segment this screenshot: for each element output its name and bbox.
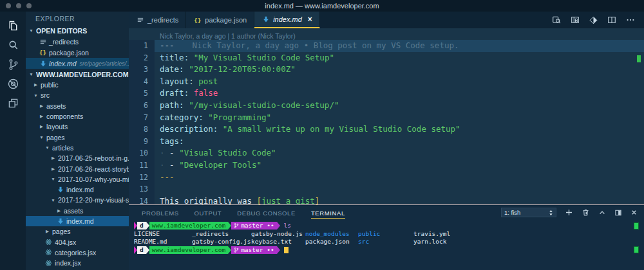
- command-status-indicator: [634, 222, 639, 230]
- tree-item-categories.jsx[interactable]: categories.jsx: [26, 248, 129, 258]
- terminal-cursor: [284, 247, 289, 254]
- terminal-command: ls: [284, 222, 291, 230]
- code-line-7: 7category: "Programming": [129, 112, 644, 124]
- file-name: _redirects: [192, 230, 251, 239]
- code-line-11: 11· - "Developer Tools": [129, 159, 644, 172]
- terminal[interactable]: dwww.iamdeveloper.commaster ••lsLICENSE_…: [129, 220, 644, 270]
- panel-tab-debug-console[interactable]: DEBUG CONSOLE: [237, 207, 296, 219]
- explorer-sidebar: EXPLORER ▼ OPEN EDITORS _redirects{}pack…: [26, 12, 129, 270]
- tree-item-articles[interactable]: ▼articles: [26, 143, 129, 153]
- vscode-window: index.md — www.iamdeveloper.com EXPLORER…: [0, 0, 644, 270]
- chevron-right-icon: ▶: [50, 166, 56, 172]
- file-name: keybase.txt: [251, 238, 305, 246]
- tree-item-pages[interactable]: ▼pages: [26, 132, 129, 142]
- chevron-down-icon: ▼: [39, 135, 44, 140]
- close-panel-icon[interactable]: [630, 209, 638, 216]
- debug-icon[interactable]: [0, 74, 26, 93]
- open-editor-package.json[interactable]: {}package.json: [26, 47, 129, 58]
- panel-tab-terminal[interactable]: TERMINAL: [311, 207, 345, 219]
- line-number: 5: [129, 87, 155, 100]
- react-icon: [44, 239, 53, 246]
- tree-item-2017-06-25-reboot-in-g...[interactable]: ▶2017-06-25-reboot-in-g...: [26, 153, 129, 163]
- line-number: 12: [129, 172, 155, 184]
- open-editors-header[interactable]: ▼ OPEN EDITORS: [26, 25, 129, 36]
- toggle-blame-icon[interactable]: [571, 15, 580, 24]
- prompt-dir-segment: d: [137, 246, 146, 254]
- panel-header: PROBLEMSOUTPUTDEBUG CONSOLETERMINAL 1: f…: [129, 205, 644, 220]
- activity-bar: [0, 12, 26, 270]
- tree-item-index.md[interactable]: index.md: [26, 216, 129, 226]
- terminal-prompt-line: dwww.iamdeveloper.commaster ••: [134, 246, 639, 255]
- tree-item-index.jsx[interactable]: index.jsx: [26, 258, 129, 268]
- tab-index.md[interactable]: index.md×: [254, 12, 320, 28]
- code-line-9: 9tags:: [129, 136, 644, 148]
- line-number: 8: [129, 123, 155, 136]
- tree-item-2017-10-07-why-you-mi...[interactable]: ▼2017-10-07-why-you-mi...: [26, 174, 129, 184]
- more-actions-icon[interactable]: [626, 15, 635, 24]
- tree-item-assets[interactable]: ▶assets: [26, 206, 129, 216]
- open-editor-_redirects[interactable]: _redirects: [26, 36, 129, 47]
- line-number: 10: [129, 147, 155, 159]
- editor-actions: [552, 12, 644, 28]
- code-line-8: 8description: "A small write up on my Vi…: [129, 123, 644, 136]
- source-control-icon[interactable]: [0, 55, 26, 74]
- prompt-host-segment: www.iamdeveloper.com: [149, 222, 228, 230]
- tree-item-2017-06-26-react-storyb..[interactable]: ▶2017-06-26-react-storyb..: [26, 163, 129, 174]
- tree-item-components[interactable]: ▶components: [26, 111, 129, 122]
- workspace-folder-header[interactable]: ▼ WWW.IAMDEVELOPER.COM: [26, 69, 129, 80]
- panel-tab-output[interactable]: OUTPUT: [194, 207, 222, 219]
- tree-item-assets[interactable]: ▶assets: [26, 101, 129, 111]
- tree-item-pages[interactable]: ▶pages: [26, 226, 129, 237]
- tab-_redirects[interactable]: _redirects: [129, 12, 186, 28]
- chevron-right-icon: ▶: [33, 82, 39, 87]
- gitlens-diamond-icon[interactable]: [589, 16, 598, 24]
- explorer-icon[interactable]: [0, 16, 26, 35]
- line-number: 14: [129, 195, 155, 204]
- markdown-file-icon: [56, 218, 64, 224]
- tree-item-2017-12-20-my-visual-st...[interactable]: ▼2017-12-20-my-visual-st...: [26, 195, 129, 205]
- bottom-panel: PROBLEMSOUTPUTDEBUG CONSOLETERMINAL 1: f…: [129, 204, 644, 270]
- explorer-title: EXPLORER: [26, 12, 129, 25]
- line-number: 11: [129, 159, 155, 172]
- directory-name: public: [358, 230, 413, 239]
- search-icon[interactable]: [0, 35, 26, 55]
- codelens-annotation[interactable]: Nick Taylor, a day ago | 1 author (Nick …: [129, 28, 644, 40]
- open-editor-index.md[interactable]: index.mdsrc/pages/articles/...: [26, 58, 129, 69]
- overview-ruler-change-marker: [637, 55, 641, 62]
- code-line-13: 13: [129, 183, 644, 195]
- tree-item-index.md[interactable]: index.md: [26, 184, 129, 195]
- maximize-panel-icon[interactable]: [598, 209, 606, 217]
- tab-close-icon[interactable]: ×: [308, 15, 312, 23]
- tree-item-404.jsx[interactable]: 404.jsx: [26, 237, 129, 247]
- terminal-output-line: README.mdgatsby-config.jskeybase.txtpack…: [134, 238, 639, 246]
- chevron-down-icon: ▼: [44, 145, 50, 150]
- open-preview-icon[interactable]: [552, 15, 561, 24]
- prompt-git-segment: master ••: [231, 246, 276, 254]
- terminal-select[interactable]: 1: fish: [501, 208, 556, 217]
- line-number: 2: [129, 52, 155, 64]
- tree-item-layouts[interactable]: ▶layouts: [26, 122, 129, 132]
- split-panel-icon[interactable]: [614, 209, 622, 217]
- chevron-down-icon: ▼: [50, 177, 56, 181]
- line-number: 4: [129, 76, 155, 88]
- markdown-file-icon: [56, 186, 64, 193]
- chevron-right-icon: ▶: [44, 229, 50, 234]
- markdown-file-icon: [39, 60, 47, 67]
- tree-item-src[interactable]: ▼src: [26, 90, 129, 100]
- new-terminal-icon[interactable]: [565, 208, 573, 217]
- tree-item-public[interactable]: ▶public: [26, 80, 129, 90]
- file-name: LICENSE: [134, 230, 192, 239]
- line-number: 6: [129, 100, 155, 112]
- panel-tab-problems[interactable]: PROBLEMS: [142, 207, 179, 219]
- editor-code-area[interactable]: 1---Nick Taylor, a day ago • Blog post o…: [129, 40, 644, 204]
- file-name: gatsby-config.js: [192, 238, 251, 246]
- kill-terminal-trash-icon[interactable]: [582, 208, 590, 217]
- code-line-2: 2title: "My Visual Studio Code Setup": [129, 52, 644, 64]
- split-editor-icon[interactable]: [607, 15, 616, 24]
- chevron-right-icon: ▶: [39, 124, 44, 129]
- directory-name: src: [358, 238, 413, 246]
- extensions-icon[interactable]: [0, 93, 26, 113]
- directory-name: node_modules: [305, 230, 358, 239]
- chevron-right-icon: ▶: [39, 114, 44, 119]
- tab-package.json[interactable]: {}package.json: [186, 12, 254, 28]
